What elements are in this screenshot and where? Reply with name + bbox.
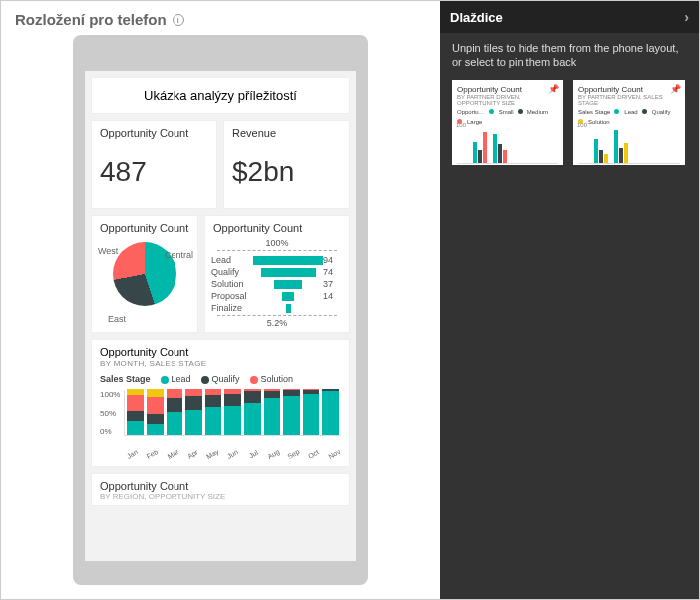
left-header-title: Rozložení pro telefon <box>15 11 167 28</box>
pie-label-east: East <box>108 314 126 324</box>
tile-label: Opportunity Count <box>205 216 349 236</box>
funnel-top: 100% <box>217 238 337 251</box>
tile-label: Opportunity Count <box>100 346 341 358</box>
tiles-panel-title: Dlaždice <box>450 10 503 25</box>
funnel-bottom: 5.2% <box>217 315 337 328</box>
pin-icon[interactable]: 📌 <box>548 84 559 94</box>
tile-subtitle: BY MONTH, SALES STAGE <box>100 359 341 368</box>
tile-stacked-bar[interactable]: Opportunity Count BY MONTH, SALES STAGE … <box>91 339 350 467</box>
thumbnail-tile-b[interactable]: 📌 Opportunity Count BY PARTNER DRIVEN, S… <box>573 80 685 165</box>
tile-region[interactable]: Opportunity Count BY REGION, OPPORTUNITY… <box>91 473 350 506</box>
stacked-chart: 100% 50% 0% <box>100 390 341 446</box>
chart-row: Opportunity Count West Central East Oppo… <box>85 215 356 339</box>
thumbnail-row: 📌 Opportunity Count BY PARTNER DRIVEN, O… <box>440 80 699 165</box>
tile-opportunity-count[interactable]: Opportunity Count 487 <box>91 120 217 209</box>
phone-screen[interactable]: Ukázka analýzy příležitostí Opportunity … <box>85 71 356 561</box>
kpi-row: Opportunity Count 487 Revenue $2bn <box>85 120 356 215</box>
tile-label: Revenue <box>224 121 349 141</box>
left-header: Rozložení pro telefon i <box>1 1 440 28</box>
phone-frame: Ukázka analýzy příležitostí Opportunity … <box>73 35 368 585</box>
tile-label: Opportunity Count <box>100 480 341 492</box>
pin-icon[interactable]: 📌 <box>670 84 681 94</box>
tile-label: Opportunity Count <box>92 121 216 141</box>
dashboard-title: Ukázka analýzy příležitostí <box>91 77 350 114</box>
tile-pie[interactable]: Opportunity Count West Central East <box>91 215 198 333</box>
thumbnail-tile-a[interactable]: 📌 Opportunity Count BY PARTNER DRIVEN, O… <box>452 80 563 165</box>
tiles-panel-header[interactable]: Dlaždice › <box>440 1 699 33</box>
tile-funnel[interactable]: Opportunity Count 100% Lead94 Qualify74 … <box>204 215 350 333</box>
kpi-value: $2bn <box>224 141 349 208</box>
info-icon[interactable]: i <box>173 14 184 26</box>
kpi-value: 487 <box>92 141 216 208</box>
pie-label-central: Central <box>165 250 193 260</box>
tiles-panel-subtitle: Unpin tiles to hide them from the phone … <box>440 33 699 80</box>
legend: Sales Stage Lead Qualify Solution <box>100 374 341 384</box>
chevron-right-icon[interactable]: › <box>684 9 689 25</box>
tile-revenue[interactable]: Revenue $2bn <box>223 120 350 209</box>
pie-chart: West Central East <box>92 242 197 328</box>
phone-layout-pane: Rozložení pro telefon i Ukázka analýzy p… <box>1 1 440 599</box>
funnel-chart: 100% Lead94 Qualify74 Solution37 Proposa… <box>205 236 349 334</box>
app-root: Rozložení pro telefon i Ukázka analýzy p… <box>0 0 700 600</box>
tile-label: Opportunity Count <box>92 216 197 236</box>
tiles-panel: Dlaždice › Unpin tiles to hide them from… <box>440 1 699 599</box>
tile-subtitle: BY REGION, OPPORTUNITY SIZE <box>100 492 341 501</box>
pie-label-west: West <box>98 246 118 256</box>
